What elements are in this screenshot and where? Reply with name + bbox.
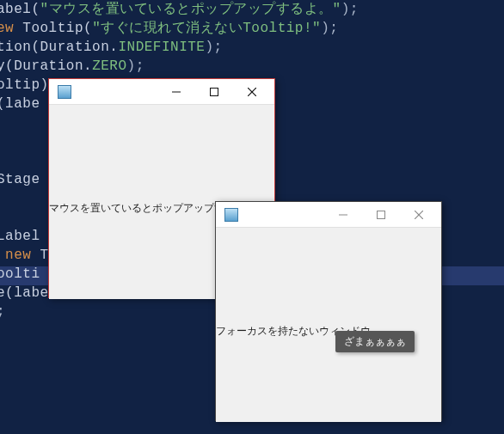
code-token: ); — [127, 58, 144, 74]
code-token: tion(Duration. — [0, 40, 118, 55]
close-button[interactable] — [233, 80, 271, 104]
svg-rect-1 — [211, 88, 218, 95]
code-line: ; — [0, 303, 5, 321]
code-token: ); — [341, 2, 359, 17]
code-token: new — [5, 248, 31, 263]
code-line: tion(Duration.INDEFINITE); — [0, 38, 223, 57]
code-token: INDEFINITE — [118, 40, 205, 55]
titlebar[interactable] — [49, 79, 274, 105]
code-token: ; — [0, 304, 5, 320]
code-token: ew — [0, 21, 22, 36]
maximize-button[interactable] — [195, 80, 233, 104]
code-token: ); — [321, 21, 338, 36]
code-token: abel( — [0, 2, 40, 17]
code-token: oolti — [0, 266, 40, 282]
minimize-icon — [339, 211, 347, 219]
tooltip: ざまぁぁぁぁ — [335, 331, 415, 352]
minimize-button[interactable] — [157, 80, 195, 104]
code-token: Tooltip( — [22, 21, 92, 36]
minimize-icon — [172, 88, 181, 96]
code-line: Stage — [0, 170, 40, 189]
close-icon — [415, 211, 423, 219]
code-token: Stage — [0, 172, 40, 187]
maximize-icon — [377, 211, 385, 219]
code-token: (labe — [0, 96, 40, 112]
code-token: ZERO — [92, 58, 126, 74]
code-token: y(Duration. — [0, 58, 92, 74]
app-icon — [58, 85, 71, 99]
popup-window-2[interactable]: フォーカスを持たないウィンドウ — [215, 201, 442, 421]
code-token: "すぐに現れて消えないTooltip!" — [92, 21, 321, 36]
code-line: oolti — [0, 265, 40, 284]
code-line: y(Duration.ZERO); — [0, 57, 144, 76]
close-icon — [248, 88, 256, 96]
close-button[interactable] — [400, 203, 438, 227]
code-line: abel("マウスを置いているとポップアップするよ。"); — [0, 0, 359, 19]
screenshot-root: abel("マウスを置いているとポップアップするよ。");ew Tooltip(… — [0, 0, 504, 434]
code-token: "マウスを置いているとポップアップするよ。" — [40, 2, 341, 17]
svg-rect-5 — [378, 211, 385, 218]
code-line: Label — [0, 227, 40, 246]
code-line: new T — [0, 246, 49, 265]
tooltip-text: ざまぁぁぁぁ — [344, 335, 406, 347]
minimize-button[interactable] — [324, 203, 362, 227]
code-token: ); — [205, 40, 222, 55]
code-line: (labe — [0, 95, 40, 113]
titlebar[interactable] — [216, 202, 441, 228]
maximize-icon — [210, 88, 218, 96]
app-icon — [224, 208, 238, 222]
code-token: T — [31, 248, 48, 263]
code-line: ew Tooltip("すぐに現れて消えないTooltip!"); — [0, 19, 338, 38]
window-body: フォーカスを持たないウィンドウ — [216, 228, 441, 422]
maximize-button[interactable] — [362, 203, 400, 227]
code-token: Label — [0, 229, 40, 244]
